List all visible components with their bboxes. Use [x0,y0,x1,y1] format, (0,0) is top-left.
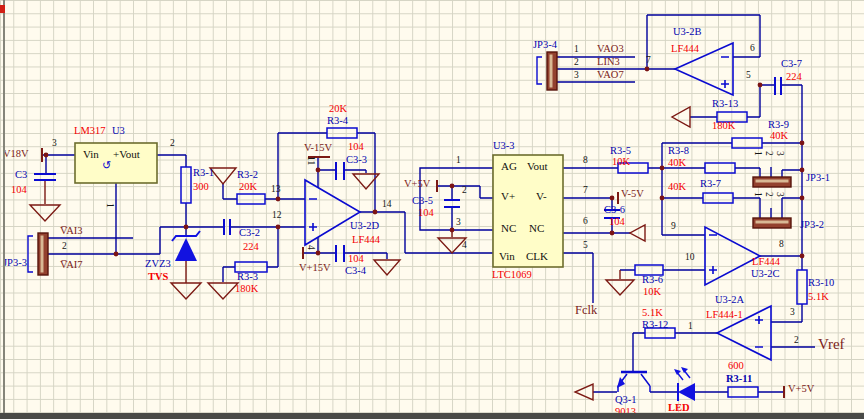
value-u3-2b: LF444 [671,44,699,55]
pin-u3-3in: 3 [52,139,57,149]
pin-jp3-4-1: 1 [574,45,579,55]
designator-c3-6: C3-6 [604,205,625,216]
ltc-pin-nc2: NC [529,223,544,234]
value-c3-3: 104 [348,142,364,153]
sheet-corner-marker [0,5,5,13]
ltc-pin-nc1: NC [501,223,516,234]
value-c3-2: 224 [243,242,259,253]
designator-u3-2a: U3-2A [715,295,744,306]
pin-u32d-13: 13 [271,185,281,195]
pin-u32a-2: 2 [794,336,799,346]
pin-u32b-5: 5 [746,71,751,81]
designator-u3: U3 [112,126,125,137]
value-r3-11: 600 [728,361,744,372]
pin-ltc-5: 5 [583,241,588,251]
designator-jp3-4: JP3-4 [533,40,557,51]
net-v+5v-led: V+5V [788,384,814,395]
ltc-pin-vout: Vout [527,161,548,172]
designator-r3-12: R3-12 [642,320,668,331]
pin-ltc-8: 8 [583,156,588,166]
pin-u3-2out: 2 [170,139,175,149]
designator-u3-2c: U3-2C [751,269,780,280]
designator-r3-4: R3-4 [327,116,348,127]
pin-ltc-1: 1 [456,156,461,166]
pin-ltc-6: 6 [583,217,588,227]
pin-jp3-4-3: 3 [574,71,579,81]
pin-u32d-12: 12 [272,211,282,221]
pin-u32b-7: 7 [646,56,651,66]
designator-c3-3: C3-3 [346,155,367,166]
net-v18v: V18V [3,149,29,160]
sheet-left-border [3,0,5,419]
value-r3-4: 20K [329,104,347,115]
pin-jp3-4-2: 2 [574,58,579,68]
pin-jp3-2-2: 2 [764,192,774,197]
pin-jp3-2-3: 3 [775,192,785,197]
value-r3-12: 5.1K [642,308,663,319]
designator-u3-3: U3-3 [493,141,515,152]
net-vai3: V̅AI3 [60,226,83,237]
value-r3-1: 300 [193,182,209,193]
value-led: LED [668,403,690,414]
net-vao3: VAO3 [597,44,624,55]
ltc-pin-vminus: V- [536,191,547,202]
pin-ltc-3: 3 [456,218,461,228]
value-c3: 104 [11,185,27,196]
value-zvz3: TVS [148,272,168,283]
lm317-pin-vout: +Vout [113,149,140,160]
net-v+15v: V+15V [299,263,331,274]
designator-r3-2: R3-2 [237,170,258,181]
net-v-5v: V-5V [621,189,644,200]
pin-jp3-3-2: 2 [62,242,67,252]
pin-u32a-3: 3 [790,308,795,318]
value-c3-7: 224 [786,72,802,83]
pin-u32d-4: 4 [306,245,316,250]
value-u3-2d: LF444 [352,235,380,246]
net-v+5v-ltc: V+5V [404,179,430,190]
pin-ltc-2: 2 [462,186,467,196]
ltc-pin-clk: CLK [526,251,548,262]
pin-u32a-1: 1 [688,322,693,332]
designator-r3-6: R3-6 [642,275,663,286]
ltc-pin-vplus: V+ [501,191,515,202]
designator-jp3-2: JP3-2 [800,220,824,231]
value-u3-2a: LF444-1 [706,310,743,321]
designator-r3-5: R3-5 [610,146,631,157]
designator-r3-9: R3-9 [768,120,789,131]
designator-jp3-1: JP3-1 [806,173,830,184]
pin-jp3-1-2: 2 [764,151,774,156]
value-u3-3: LTC1069 [492,270,532,281]
lm317-adj-glyph: ↺ [102,160,111,171]
net-vao7: VAO7 [597,70,624,81]
net-vai7: V̅AI7 [60,260,83,271]
schematic-canvas[interactable]: U3C3R3-1JP3-3ZVZ3R3-2C3-2R3-3R3-4C3-3U3-… [0,0,864,419]
net-v-15v: V-15V [304,143,332,154]
pin-u3-1adj: 1 [105,203,115,208]
pin-jp3-2-1: 1 [753,192,763,197]
value-c3-6: 104 [609,217,625,228]
designator-c3-2: C3-2 [239,228,260,239]
designator-r3-11: R3-11 [726,374,752,385]
value-c3-5: 104 [418,208,434,219]
pin-u32c-9: 9 [671,222,676,232]
designator-r3-1: R3-1 [193,168,214,179]
value-r3-6: 10K [643,287,661,298]
designator-zvz3: ZVZ3 [145,259,171,270]
ltc-pin-vin: Vin [499,251,515,262]
pin-u32b-6: 6 [750,44,755,54]
net-vref: Vref [818,337,845,352]
value-r3-9: 40K [770,131,788,142]
value-r3-7: 40K [668,182,686,193]
text-labels-layer: U3C3R3-1JP3-3ZVZ3R3-2C3-2R3-3R3-4C3-3U3-… [0,0,864,419]
value-r3-5: 10K [612,157,630,168]
sheet-bottom-border [0,413,864,419]
pin-jp3-1-1: 1 [753,151,763,156]
designator-c3-7: C3-7 [781,59,802,70]
designator-c3-5: C3-5 [412,196,433,207]
pin-u32d-14: 14 [382,200,392,210]
designator-jp3-3: JP3-3 [3,258,27,269]
pin-u32d-11: 11 [306,156,316,165]
designator-c3-4: C3-4 [345,266,366,277]
value-c3-4: 104 [348,254,364,265]
designator-r3-7: R3-7 [700,179,721,190]
